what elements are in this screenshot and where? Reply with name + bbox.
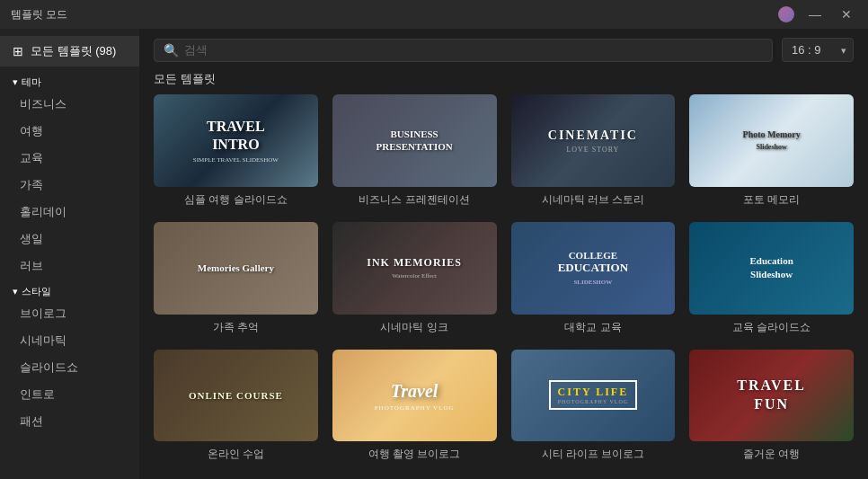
all-templates-button[interactable]: ⊞ 모든 템플릿 (98) [0,36,139,67]
style-header-label: 스타일 [22,285,51,298]
window-title: 템플릿 모드 [11,7,67,22]
sidebar-item-cinematic[interactable]: 시네마틱 [0,327,139,354]
search-input-wrap[interactable]: 🔍 [154,39,773,62]
template-fun-travel[interactable]: TRAVELFUN 즐거운 여행 [689,350,854,463]
content-area: 🔍 16 : 9 9 : 16 1 : 1 모든 템플릿 TRAVELI [139,29,868,479]
template-label-online: 온라인 수업 [154,447,318,462]
section-title: 모든 템플릿 [139,71,868,94]
search-icon: 🔍 [164,43,179,58]
sidebar-style-header[interactable]: ▾ 스타일 [0,279,139,300]
template-label-photo: 포토 메모리 [689,192,854,208]
aspect-ratio-select[interactable]: 16 : 9 9 : 16 1 : 1 [782,38,854,62]
template-grid-inner: TRAVELINTRO SIMPLE TRAVEL SLIDESHOW 심플 여… [154,94,854,462]
template-label-cinematic: 시네마틱 러브 스토리 [511,192,676,208]
close-button[interactable]: ✕ [836,5,857,23]
template-college-edu[interactable]: COLLEGEEDUCATIONSLIDESHOW 대학교 교육 [511,222,676,335]
template-family-memory[interactable]: Memories Gallery 가족 추억 [154,222,318,335]
template-label-travel-vlog: 여행 촬영 브이로그 [332,447,497,462]
sidebar-item-love[interactable]: 러브 [0,253,139,279]
sidebar-item-family[interactable]: 가족 [0,172,139,199]
sidebar-item-holiday[interactable]: 홀리데이 [0,199,139,226]
sidebar-item-education[interactable]: 교육 [0,145,139,172]
sidebar-item-fashion[interactable]: 패션 [0,408,139,435]
template-label-travel-intro: 심플 여행 슬라이드쇼 [154,192,318,208]
template-cinematic-ink[interactable]: INK MEMORIES Watercolor Effect 시네마틱 잉크 [332,222,497,335]
sidebar-item-business[interactable]: 비즈니스 [0,91,139,118]
template-online-course[interactable]: ONLINE COURSE 온라인 수업 [154,350,318,463]
all-templates-label: 모든 템플릿 (98) [31,43,116,59]
sidebar-item-birthday[interactable]: 생일 [0,226,139,253]
minimize-button[interactable]: — [803,5,827,23]
template-travel-vlog[interactable]: Travel PHOTOGRAPHY VLOG 여행 촬영 브이로그 [332,350,497,463]
theme-arrow-icon: ▾ [13,76,18,88]
grid-icon: ⊞ [13,44,23,58]
window-controls: — ✕ [778,5,857,23]
template-photo-memory[interactable]: Photo MemorySlideshow 포토 메모리 [689,94,854,208]
template-label-ink: 시네마틱 잉크 [332,320,497,335]
user-avatar [778,6,794,22]
template-cinematic-love[interactable]: CINEMATIC LOVE STORY 시네마틱 러브 스토리 [511,94,676,208]
theme-header-label: 테마 [22,75,41,89]
sidebar-item-travel[interactable]: 여행 [0,118,139,145]
titlebar: 템플릿 모드 — ✕ [0,0,868,29]
template-label-city: 시티 라이프 브이로그 [511,447,676,462]
search-input[interactable] [184,43,763,57]
template-travel-intro[interactable]: TRAVELINTRO SIMPLE TRAVEL SLIDESHOW 심플 여… [154,94,318,208]
template-label-family: 가족 추억 [154,320,318,335]
template-label-college: 대학교 교육 [511,320,676,335]
aspect-ratio-wrap: 16 : 9 9 : 16 1 : 1 [782,38,854,62]
sidebar-item-vlog[interactable]: 브이로그 [0,300,139,327]
main-layout: ⊞ 모든 템플릿 (98) ▾ 테마 비즈니스 여행 교육 가족 홀리데이 생일… [0,29,868,479]
template-city-life[interactable]: CITY LIFE PHOTOGRAPHY VLOG 시티 라이프 브이로그 [511,350,676,463]
template-business-pres[interactable]: BUSINESSPRESENTATION 비즈니스 프레젠테이션 [332,94,497,208]
sidebar-theme-header[interactable]: ▾ 테마 [0,70,139,91]
sidebar: ⊞ 모든 템플릿 (98) ▾ 테마 비즈니스 여행 교육 가족 홀리데이 생일… [0,29,139,479]
template-label-business: 비즈니스 프레젠테이션 [332,192,497,208]
sidebar-item-slideshow[interactable]: 슬라이드쇼 [0,354,139,381]
search-bar: 🔍 16 : 9 9 : 16 1 : 1 [139,29,868,71]
template-label-edu: 교육 슬라이드쇼 [689,320,854,335]
templates-grid: TRAVELINTRO SIMPLE TRAVEL SLIDESHOW 심플 여… [139,94,868,479]
sidebar-item-intro[interactable]: 인트로 [0,381,139,408]
style-arrow-icon: ▾ [13,286,18,297]
template-edu-slideshow[interactable]: EducationSlideshow 교육 슬라이드쇼 [689,222,854,335]
template-label-fun: 즐거운 여행 [689,447,854,462]
